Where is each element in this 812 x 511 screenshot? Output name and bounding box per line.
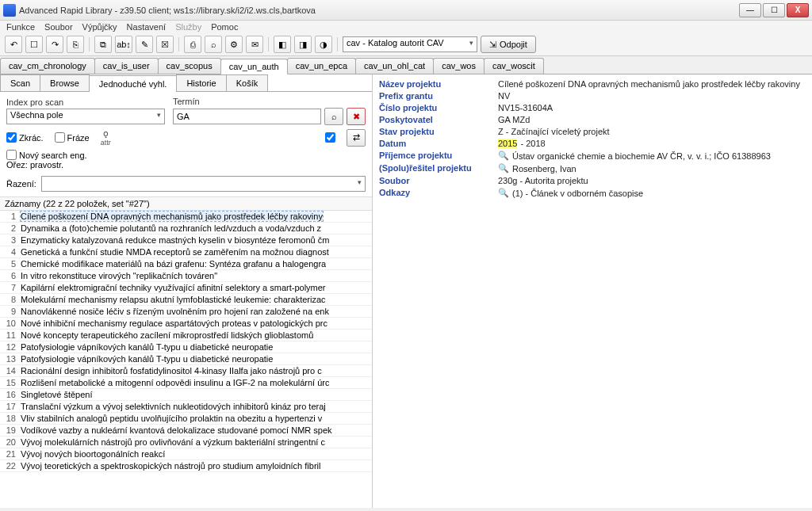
magnifier-icon: ⌕ xyxy=(331,112,337,121)
record-row[interactable]: 8Molekulární mechanismy relapsu akutní l… xyxy=(0,294,372,306)
tb-mail-icon[interactable]: ✉ xyxy=(246,36,263,53)
sort-combo[interactable] xyxy=(41,176,366,192)
record-text: Rozlišení metabolické a mitogenní odpově… xyxy=(21,378,329,387)
menu-soubor[interactable]: Soubor xyxy=(44,22,72,32)
tb-stack-icon[interactable]: ⧉ xyxy=(94,36,112,53)
record-row[interactable]: 19Vodíkové vazby a nukleární kvantová de… xyxy=(0,425,372,437)
record-row[interactable]: 18Vliv stabilních analogů peptidu uvolňu… xyxy=(0,413,372,425)
maximize-button[interactable]: ☐ xyxy=(763,3,785,17)
tb-back-icon[interactable]: ↶ xyxy=(5,36,22,53)
record-num: 10 xyxy=(3,318,21,328)
record-row[interactable]: 20Vývoj molekulárních nástrojů pro ovliv… xyxy=(0,437,372,448)
term-input[interactable] xyxy=(173,109,321,124)
record-row[interactable]: 15Rozlišení metabolické a mitogenní odpo… xyxy=(0,377,372,389)
zkrac-check[interactable]: Zkrác. xyxy=(6,132,44,143)
record-row[interactable]: 10Nové inhibiční mechanismy regulace asp… xyxy=(0,318,372,330)
record-row[interactable]: 9Nanovlákenné nosiče léčiv s řízeným uvo… xyxy=(0,306,372,318)
swap-button[interactable]: ⇄ xyxy=(347,129,366,147)
check-enable[interactable] xyxy=(325,132,335,143)
x-icon: ✖ xyxy=(353,112,360,122)
tb-panel2-icon[interactable]: ◨ xyxy=(294,36,312,53)
d-odkazy-l: Odkazy xyxy=(379,188,498,197)
records-list[interactable]: 1Cílené poškození DNA opravných mechanis… xyxy=(0,211,372,508)
d-datum-v: 2015 - 2018 xyxy=(498,139,806,148)
tb-copy-icon[interactable]: ⎘ xyxy=(67,36,84,53)
tb-new-icon[interactable]: ☐ xyxy=(25,36,43,53)
record-num: 16 xyxy=(3,390,21,399)
record-row[interactable]: 17Translační výzkum a vývoj selektivních… xyxy=(0,401,372,413)
record-row[interactable]: 21Vývoj nových bioortogonálních reakcí xyxy=(0,448,372,460)
main-tab-cav_is_user[interactable]: cav_is_user xyxy=(94,58,159,74)
disconnect-button[interactable]: ⇲ Odpojit xyxy=(481,36,536,53)
tb-delete-icon[interactable]: ☒ xyxy=(156,36,174,53)
record-row[interactable]: 6In vitro rekonstituce virových "replika… xyxy=(0,270,372,282)
record-row[interactable]: 14Racionální design inhibitorů fosfatidy… xyxy=(0,365,372,377)
subtab-4[interactable]: Košík xyxy=(226,74,269,91)
d-odkazy-v[interactable]: (1) - Článek v odborném časopise xyxy=(512,189,643,198)
record-row[interactable]: 4Genetická a funkční studie NMDA recepto… xyxy=(0,246,372,258)
tb-print-icon[interactable]: ⎙ xyxy=(184,36,201,53)
subtab-2[interactable]: Jednoduché vyhl. xyxy=(89,75,178,92)
d-posk-l: Poskytovatel xyxy=(379,115,498,124)
d-prij-v[interactable]: Ústav organické chemie a biochemie AV ČR… xyxy=(512,151,771,161)
main-tab-cav_un_ohl_cat[interactable]: cav_un_ohl_cat xyxy=(355,58,434,74)
tb-sort-icon[interactable]: ab↕ xyxy=(115,36,132,53)
tb-panel3-icon[interactable]: ◑ xyxy=(315,36,332,53)
tb-find-icon[interactable]: ⌕ xyxy=(205,36,222,53)
close-button[interactable]: X xyxy=(787,3,809,17)
index-combo[interactable]: Všechna pole xyxy=(6,109,165,124)
record-row[interactable]: 7Kapilární elektromigrační techniky využ… xyxy=(0,282,372,294)
magnifier-icon[interactable]: 🔍 xyxy=(498,163,509,174)
clear-button[interactable]: ✖ xyxy=(347,108,366,125)
tb-edit-icon[interactable]: ✎ xyxy=(136,36,153,53)
menu-pomoc[interactable]: Pomoc xyxy=(211,22,238,32)
record-row[interactable]: 12Patofysiologie vápníkových kanálů T-ty… xyxy=(0,341,372,353)
record-row[interactable]: 13Patofysiologie vápníkových kanálů T-ty… xyxy=(0,353,372,365)
record-row[interactable]: 1Cílené poškození DNA opravných mechanis… xyxy=(0,211,372,223)
main-tab-cav_woscit[interactable]: cav_woscit xyxy=(484,58,544,74)
subtab-0[interactable]: Scan xyxy=(0,74,40,91)
subtab-3[interactable]: Historie xyxy=(176,74,226,91)
search-button[interactable]: ⌕ xyxy=(324,108,343,125)
record-num: 9 xyxy=(3,307,21,316)
record-text: Patofysiologie vápníkových kanálů T-typu… xyxy=(21,354,273,364)
catalog-combo[interactable]: cav - Katalog autorit CAV xyxy=(343,36,477,52)
sort-label: Řazení: xyxy=(6,179,36,189)
main-tab-cav_scopus[interactable]: cav_scopus xyxy=(158,58,221,74)
attr-icon[interactable]: ǫ xyxy=(103,128,109,139)
record-text: Genetická a funkční studie NMDA receptor… xyxy=(21,247,329,257)
tb-panel1-icon[interactable]: ◧ xyxy=(274,36,291,53)
record-num: 12 xyxy=(3,342,21,352)
record-text: Kapilární elektromigrační techniky využí… xyxy=(21,283,326,292)
record-row[interactable]: 16Singletové štěpení xyxy=(0,389,372,401)
record-row[interactable]: 5Chemické modifikace materiálů na bázi g… xyxy=(0,258,372,270)
record-row[interactable]: 11Nové koncepty terapeutického zacílení … xyxy=(0,330,372,341)
record-row[interactable]: 2Dynamika a (foto)chemie polutantů na ro… xyxy=(0,223,372,235)
d-stav-v: Z - Začínající víceletý projekt xyxy=(498,127,806,136)
orez-label: Ořez: pravostr. xyxy=(6,160,63,170)
record-row[interactable]: 3Enzymaticky katalyzovaná redukce mastný… xyxy=(0,235,372,246)
fraze-check[interactable]: Fráze xyxy=(55,132,90,143)
detail-panel: Název projektuCílené poškození DNA oprav… xyxy=(373,74,812,508)
magnifier-icon[interactable]: 🔍 xyxy=(498,188,509,198)
record-row[interactable]: 22Vývoj teoretických a spektroskopických… xyxy=(0,460,372,472)
tb-settings-icon[interactable]: ⚙ xyxy=(225,36,243,53)
subtab-1[interactable]: Browse xyxy=(40,74,90,91)
menu-funkce[interactable]: Funkce xyxy=(6,22,35,32)
novy-check[interactable]: Nový search eng. xyxy=(6,150,87,160)
magnifier-icon[interactable]: 🔍 xyxy=(498,151,509,161)
menu-vypujcky[interactable]: Výpůjčky xyxy=(82,22,117,32)
record-text: Translační výzkum a vývoj selektivních n… xyxy=(21,402,326,411)
main-tab-cav_cm_chronology[interactable]: cav_cm_chronology xyxy=(0,58,95,74)
record-num: 4 xyxy=(3,247,21,257)
main-tab-cav_wos[interactable]: cav_wos xyxy=(433,58,485,74)
tb-forward-icon[interactable]: ↷ xyxy=(46,36,63,53)
record-num: 1 xyxy=(3,212,21,221)
record-text: Vliv stabilních analogů peptidu uvolňují… xyxy=(21,414,322,423)
minimize-button[interactable]: — xyxy=(739,3,761,17)
main-tab-cav_un_epca[interactable]: cav_un_epca xyxy=(287,58,356,74)
d-res-v[interactable]: Rosenberg, Ivan xyxy=(512,164,576,174)
main-tab-cav_un_auth[interactable]: cav_un_auth xyxy=(220,59,288,74)
menu-nastaveni[interactable]: Nastavení xyxy=(127,22,167,32)
record-text: Nové inhibiční mechanismy regulace aspar… xyxy=(21,318,327,328)
